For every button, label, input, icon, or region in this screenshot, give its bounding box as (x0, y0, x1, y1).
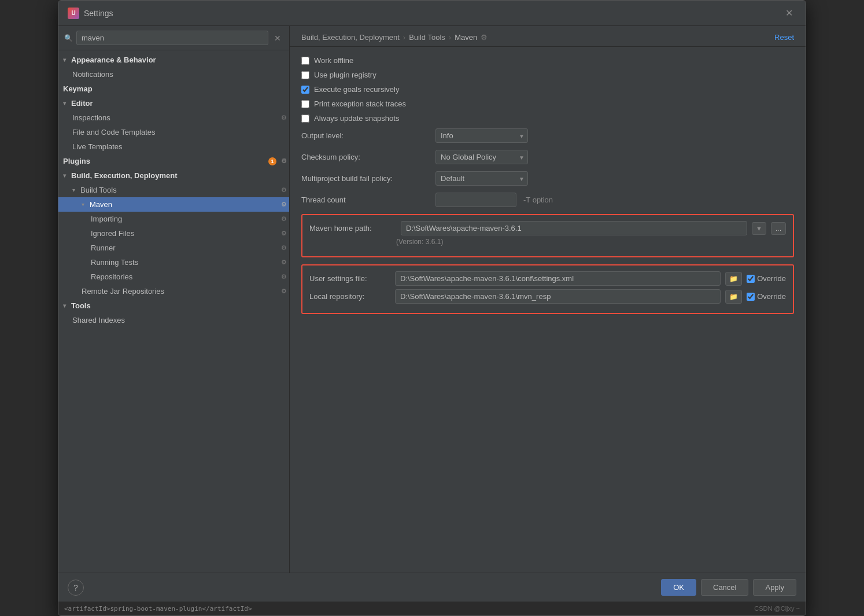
sidebar-item-keymap[interactable]: Keymap (58, 82, 289, 96)
close-button[interactable]: ✕ (782, 6, 796, 20)
sidebar-item-label: Running Tests (91, 258, 138, 267)
sidebar-item-build-tools[interactable]: ▾ Build Tools ⚙ (58, 183, 289, 197)
sidebar-item-notifications[interactable]: Notifications (58, 67, 289, 82)
checksum-policy-row: Checksum policy: No Global Policy Strict… (301, 150, 794, 164)
maven-home-section: Maven home path: ▼ … (Version: 3.6.1) (301, 214, 794, 257)
sidebar-item-label: Runner (91, 244, 116, 252)
sidebar-item-label: Repositories (91, 272, 132, 281)
content-area: 🔍 ✕ ▾ Appearance & Behavior Notification… (58, 26, 806, 573)
search-input[interactable] (76, 31, 268, 45)
sidebar-item-label: Notifications (72, 70, 113, 79)
user-settings-override-label: Override (757, 274, 786, 283)
expand-icon: ▾ (72, 187, 78, 193)
main-panel: Build, Execution, Deployment › Build Too… (290, 26, 806, 573)
editor-bar: <artifactId>spring-boot-maven-plugin</ar… (58, 602, 806, 615)
thread-count-label: Thread count (301, 196, 429, 204)
multiproject-fail-policy-select[interactable]: Default Fail Fast Fail Never (435, 171, 528, 186)
multiproject-fail-policy-row: Multiproject build fail policy: Default … (301, 171, 794, 186)
maven-home-input[interactable] (401, 221, 747, 235)
sidebar-item-appearance[interactable]: ▾ Appearance & Behavior (58, 53, 289, 67)
execute-goals-recursively-checkbox[interactable] (301, 86, 309, 94)
local-repo-label: Local repository: (309, 292, 390, 301)
sidebar-item-editor[interactable]: ▾ Editor (58, 96, 289, 110)
output-level-select[interactable]: Info Debug Warning Error (435, 128, 528, 143)
settings-icon: ⚙ (281, 259, 287, 266)
local-repo-override-label: Override (757, 292, 786, 301)
work-offline-row: Work offline (301, 56, 794, 65)
settings-icon: ⚙ (281, 215, 287, 223)
sidebar-item-inspections[interactable]: Inspections ⚙ (58, 110, 289, 125)
user-settings-input[interactable] (395, 271, 721, 286)
execute-goals-recursively-label: Execute goals recursively (314, 85, 399, 94)
sidebar-item-ignored-files[interactable]: Ignored Files ⚙ (58, 226, 289, 241)
bottom-bar: ? OK Cancel Apply (58, 573, 806, 602)
sidebar-item-runner[interactable]: Runner ⚙ (58, 241, 289, 255)
local-repo-override-checkbox[interactable] (747, 293, 755, 301)
sidebar-item-build-execution-deployment[interactable]: ▾ Build, Execution, Deployment (58, 168, 289, 183)
sidebar-item-shared-indexes[interactable]: Shared Indexes (58, 313, 289, 327)
editor-code-snippet: <artifactId>spring-boot-maven-plugin</ar… (64, 605, 252, 613)
help-button[interactable]: ? (68, 580, 84, 596)
local-repo-browse-button[interactable]: 📁 (725, 290, 742, 304)
plugins-badge: 1 (268, 157, 276, 165)
maven-home-row: Maven home path: ▼ … (309, 221, 786, 235)
app-icon: U (68, 8, 79, 19)
sidebar-item-label: Ignored Files (91, 229, 134, 238)
ok-button[interactable]: OK (661, 579, 696, 596)
sidebar-item-plugins[interactable]: Plugins 1 ⚙ (58, 154, 289, 168)
execute-goals-recursively-row: Execute goals recursively (301, 85, 794, 94)
local-repo-input[interactable] (395, 289, 721, 304)
csdn-watermark: CSDN @Cljxy ~ (754, 605, 800, 612)
breadcrumb-part-2: Build Tools (409, 33, 445, 42)
breadcrumb-settings-icon[interactable]: ⚙ (481, 33, 488, 42)
sidebar-item-label: Importing (91, 215, 122, 223)
sidebar-item-label: Maven (90, 200, 112, 209)
sidebar-item-remote-jar-repos[interactable]: Remote Jar Repositories ⚙ (58, 284, 289, 298)
use-plugin-registry-label: Use plugin registry (314, 71, 376, 79)
sidebar-item-importing[interactable]: Importing ⚙ (58, 212, 289, 226)
sidebar-item-label: Build, Execution, Deployment (71, 171, 177, 180)
bottom-left: ? (68, 580, 84, 596)
thread-count-input[interactable] (435, 193, 516, 207)
settings-dialog: U Settings ✕ 🔍 ✕ ▾ Appearance & Behavior (58, 0, 806, 616)
print-exception-checkbox[interactable] (301, 100, 309, 108)
apply-button[interactable]: Apply (753, 579, 796, 596)
user-settings-browse-button[interactable]: 📁 (725, 272, 742, 286)
checksum-policy-select[interactable]: No Global Policy Strict Lax Warn Fail (435, 150, 528, 164)
cancel-button[interactable]: Cancel (701, 579, 748, 596)
output-level-label: Output level: (301, 131, 429, 140)
sidebar-item-label: Inspections (72, 113, 110, 122)
sidebar-item-maven[interactable]: ▾ Maven ⚙ (58, 197, 289, 212)
user-settings-override-checkbox[interactable] (747, 275, 755, 283)
sidebar-item-label: Live Templates (72, 142, 122, 151)
search-clear-button[interactable]: ✕ (272, 34, 283, 43)
always-update-snapshots-checkbox[interactable] (301, 115, 309, 123)
title-bar-left: U Settings (68, 8, 113, 19)
sidebar: 🔍 ✕ ▾ Appearance & Behavior Notification… (58, 26, 290, 573)
sidebar-item-repositories[interactable]: Repositories ⚙ (58, 270, 289, 284)
panel-content: Work offline Use plugin registry Execute… (290, 47, 806, 573)
sidebar-item-label: Remote Jar Repositories (82, 287, 164, 296)
breadcrumb: Build, Execution, Deployment › Build Too… (301, 33, 488, 42)
sidebar-item-live-templates[interactable]: Live Templates (58, 139, 289, 154)
settings-icon: ⚙ (281, 201, 287, 208)
maven-version-note: (Version: 3.6.1) (396, 238, 786, 246)
sidebar-item-running-tests[interactable]: Running Tests ⚙ (58, 255, 289, 270)
use-plugin-registry-checkbox[interactable] (301, 71, 309, 79)
output-level-row: Output level: Info Debug Warning Error ▼ (301, 128, 794, 143)
use-plugin-registry-row: Use plugin registry (301, 71, 794, 79)
search-icon: 🔍 (64, 34, 73, 42)
maven-home-browse-button[interactable]: … (771, 222, 786, 235)
user-settings-section: User settings file: 📁 Override Local rep… (301, 264, 794, 314)
breadcrumb-separator: › (403, 33, 405, 42)
work-offline-checkbox[interactable] (301, 57, 309, 65)
expand-icon: ▾ (63, 100, 69, 106)
sidebar-item-file-code-templates[interactable]: File and Code Templates (58, 125, 289, 139)
breadcrumb-part-1: Build, Execution, Deployment (301, 33, 400, 42)
settings-icon: ⚙ (281, 157, 287, 165)
print-exception-row: Print exception stack traces (301, 99, 794, 108)
maven-home-dropdown-button[interactable]: ▼ (752, 222, 766, 235)
sidebar-item-tools[interactable]: ▾ Tools (58, 298, 289, 313)
reset-button[interactable]: Reset (774, 33, 794, 42)
title-bar: U Settings ✕ (58, 1, 806, 26)
